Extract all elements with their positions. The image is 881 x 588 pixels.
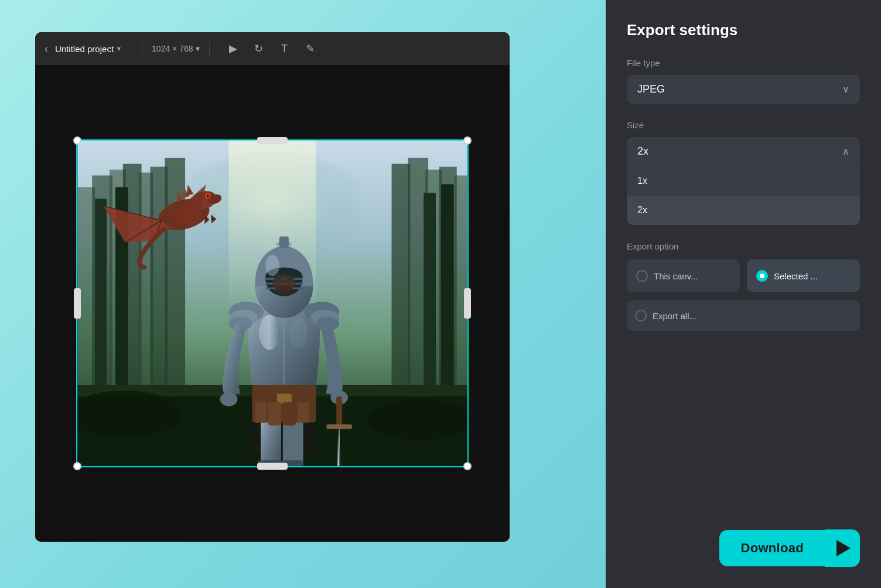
export-option-all-text: Export all... <box>653 311 696 321</box>
export-option-selected[interactable]: Selected ... <box>747 259 860 292</box>
download-cursor-icon <box>825 529 860 567</box>
svg-rect-61 <box>326 425 352 429</box>
text-tool[interactable]: T <box>275 39 294 58</box>
select-tool[interactable]: ▶ <box>224 39 243 58</box>
svg-rect-47 <box>283 402 296 426</box>
toolbar-divider <box>142 42 142 56</box>
svg-point-70 <box>275 286 293 295</box>
file-type-dropdown[interactable]: JPEG ∨ <box>627 75 860 104</box>
toolbar-divider-2 <box>209 42 210 56</box>
file-type-value: JPEG <box>637 83 665 95</box>
svg-rect-9 <box>165 158 185 414</box>
size-selected-value: 2x <box>637 145 648 158</box>
handle-top-left[interactable] <box>73 136 81 145</box>
svg-rect-60 <box>336 396 342 426</box>
size-dropdown-selected[interactable]: 2x ∧ <box>627 137 860 166</box>
title-chevron-icon: ▾ <box>117 45 121 53</box>
handle-bottom-mid[interactable] <box>257 463 288 470</box>
export-option-label: Export option <box>627 241 860 251</box>
export-option-canvas-text: This canv... <box>654 271 698 281</box>
handle-top-mid[interactable] <box>257 137 288 144</box>
file-type-chevron-icon: ∨ <box>842 84 849 95</box>
export-option-all[interactable]: Export all... <box>627 300 860 331</box>
cursor-arrow-icon <box>836 540 851 556</box>
size-dropdown-container: 2x ∧ 1x 2x <box>627 137 860 225</box>
dimensions-selector[interactable]: 1024 × 768 ▾ <box>152 44 199 53</box>
svg-rect-48 <box>298 402 309 423</box>
svg-point-58 <box>220 392 238 406</box>
svg-rect-46 <box>268 402 281 426</box>
rotate-tool[interactable]: ↻ <box>250 39 268 58</box>
handle-top-right[interactable] <box>463 136 472 145</box>
export-panel: Export settings File type JPEG ∨ Size 2x… <box>606 0 881 588</box>
pen-tool[interactable]: ✎ <box>301 39 320 58</box>
radio-canvas <box>636 270 648 282</box>
svg-point-72 <box>287 276 293 281</box>
svg-rect-68 <box>279 237 289 248</box>
svg-point-50 <box>259 315 280 350</box>
size-option-2x[interactable]: 2x <box>627 196 860 225</box>
canvas-image <box>77 141 467 466</box>
size-chevron-icon: ∧ <box>842 146 849 157</box>
svg-point-71 <box>275 276 281 281</box>
handle-bottom-right[interactable] <box>463 462 472 470</box>
handle-left-mid[interactable] <box>74 288 81 319</box>
toolbar-tools: ▶ ↻ T ✎ <box>224 39 320 58</box>
handle-right-mid[interactable] <box>464 288 471 319</box>
svg-point-67 <box>265 255 279 276</box>
size-dropdown-list: 1x 2x <box>627 166 860 225</box>
export-option-selected-text: Selected ... <box>774 271 818 281</box>
export-option-canvas[interactable]: This canv... <box>627 259 740 292</box>
handle-bottom-left[interactable] <box>73 462 81 470</box>
back-button[interactable]: ‹ <box>45 43 48 55</box>
svg-rect-45 <box>255 402 267 423</box>
svg-rect-18 <box>441 184 454 419</box>
export-options-row: This canv... Selected ... <box>627 259 860 292</box>
file-type-label: File type <box>627 58 860 68</box>
canvas-area: ‹ Untitled project ▾ 1024 × 768 ▾ ▶ ↻ T … <box>35 32 510 542</box>
canvas-image-wrapper[interactable] <box>76 139 469 467</box>
export-title: Export settings <box>627 21 860 39</box>
radio-all <box>635 310 647 322</box>
download-btn-wrapper: Download <box>719 529 860 567</box>
size-label: Size <box>627 120 860 130</box>
toolbar: ‹ Untitled project ▾ 1024 × 768 ▾ ▶ ↻ T … <box>35 32 510 65</box>
project-title[interactable]: Untitled project ▾ <box>55 44 121 54</box>
svg-point-51 <box>290 316 308 349</box>
download-button[interactable]: Download <box>719 530 825 566</box>
dimensions-chevron-icon: ▾ <box>196 44 200 53</box>
size-option-1x[interactable]: 1x <box>627 166 860 196</box>
svg-rect-10 <box>392 164 411 414</box>
radio-selected <box>756 270 768 282</box>
canvas-content <box>35 65 510 542</box>
